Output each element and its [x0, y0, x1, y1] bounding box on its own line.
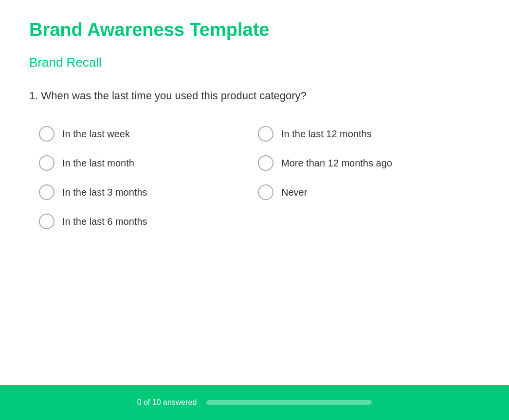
option-label-6months: In the last 6 months: [62, 216, 147, 227]
option-item[interactable]: In the last 12 months: [248, 119, 467, 148]
options-right-column: In the last 12 months More than 12 month…: [248, 119, 467, 236]
option-item[interactable]: In the last month: [29, 148, 248, 178]
option-label-12months: In the last 12 months: [281, 128, 372, 140]
option-label-more-than-12: More than 12 months ago: [281, 158, 392, 169]
options-grid: In the last week In the last month In th…: [29, 119, 467, 236]
question-text: 1. When was the last time you used this …: [29, 90, 480, 102]
option-item[interactable]: In the last 6 months: [29, 207, 248, 236]
main-content: Brand Awareness Template Brand Recall 1.…: [0, 0, 509, 385]
option-item[interactable]: In the last week: [29, 119, 248, 148]
option-label-week: In the last week: [62, 128, 130, 140]
page-title: Brand Awareness Template: [29, 19, 480, 40]
option-item[interactable]: In the last 3 months: [29, 178, 248, 207]
option-label-3months: In the last 3 months: [62, 187, 147, 198]
question-block: 1. When was the last time you used this …: [29, 90, 480, 236]
progress-text: 0 of 10 answered: [137, 398, 197, 407]
radio-button-12months[interactable]: [258, 126, 273, 142]
radio-button-3months[interactable]: [39, 184, 55, 200]
option-label-month: In the last month: [62, 158, 134, 169]
radio-button-month[interactable]: [39, 155, 55, 171]
option-item[interactable]: More than 12 months ago: [248, 148, 467, 178]
radio-button-6months[interactable]: [39, 214, 55, 229]
footer-bar: 0 of 10 answered: [0, 385, 509, 420]
radio-button-more-than-12[interactable]: [258, 155, 273, 171]
radio-button-never[interactable]: [258, 184, 273, 200]
option-item[interactable]: Never: [248, 178, 467, 207]
option-label-never: Never: [281, 187, 307, 198]
options-left-column: In the last week In the last month In th…: [29, 119, 248, 236]
radio-button-week[interactable]: [39, 126, 55, 142]
section-title: Brand Recall: [29, 55, 480, 70]
progress-bar-container: [206, 400, 372, 405]
